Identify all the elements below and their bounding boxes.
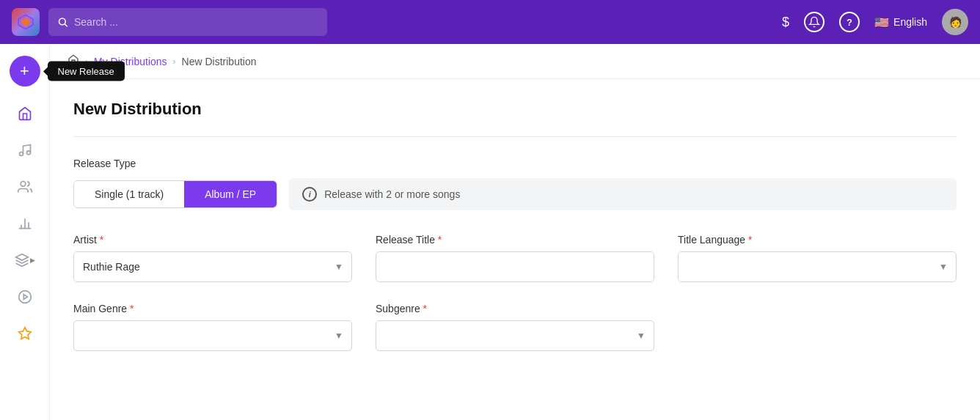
release-title-group: Release Title * bbox=[376, 234, 654, 282]
dollar-icon[interactable]: $ bbox=[782, 15, 789, 30]
breadcrumb-chevron-1: › bbox=[85, 56, 88, 67]
sidebar-item-play[interactable] bbox=[10, 281, 40, 312]
analytics-icon bbox=[18, 216, 32, 231]
bell-icon[interactable] bbox=[804, 12, 824, 32]
title-language-select-wrap: ▼ bbox=[678, 251, 957, 282]
title-language-label: Title Language * bbox=[678, 234, 957, 246]
breadcrumb-my-distributions[interactable]: My Distributions bbox=[94, 56, 167, 67]
genre-row: Main Genre * ▼ Subgenre * bbox=[73, 303, 957, 351]
main-genre-group: Main Genre * ▼ bbox=[73, 303, 352, 351]
language-selector[interactable]: 🇺🇸 English bbox=[874, 15, 927, 29]
layers-icon bbox=[15, 253, 29, 268]
title-language-select[interactable] bbox=[678, 251, 957, 282]
svg-line-4 bbox=[65, 24, 67, 26]
svg-point-5 bbox=[19, 152, 23, 156]
users-icon bbox=[18, 180, 32, 194]
title-language-group: Title Language * ▼ bbox=[678, 234, 957, 282]
sidebar-item-analytics[interactable] bbox=[10, 208, 40, 239]
release-type-label: Release Type bbox=[73, 158, 957, 169]
release-type-row: Single (1 track) Album / EP i Release wi… bbox=[73, 178, 957, 210]
topnav: $ ? 🇺🇸 English 🧑 bbox=[0, 0, 980, 44]
breadcrumb-chevron-2: › bbox=[173, 56, 176, 67]
svg-point-3 bbox=[59, 18, 65, 25]
main-genre-select[interactable] bbox=[73, 320, 352, 351]
album-ep-button[interactable]: Album / EP bbox=[184, 181, 277, 207]
info-icon: i bbox=[302, 187, 317, 202]
avatar[interactable]: 🧑 bbox=[942, 9, 968, 35]
section-divider bbox=[73, 136, 957, 137]
flag-icon: 🇺🇸 bbox=[874, 15, 889, 29]
release-title-label: Release Title * bbox=[376, 234, 654, 246]
single-track-button[interactable]: Single (1 track) bbox=[74, 181, 184, 207]
subgenre-group: Subgenre * ▼ bbox=[376, 303, 654, 351]
music-icon bbox=[18, 143, 32, 158]
sidebar-item-home[interactable] bbox=[10, 98, 40, 129]
breadcrumb-current: New Distribution bbox=[182, 56, 257, 67]
breadcrumb-home-icon[interactable] bbox=[67, 54, 79, 68]
artist-group: Artist * Ruthie Rage ▼ bbox=[73, 234, 352, 282]
artist-select[interactable]: Ruthie Rage bbox=[73, 251, 352, 282]
svg-point-6 bbox=[26, 151, 30, 155]
release-type-buttons: Single (1 track) Album / EP bbox=[73, 180, 277, 208]
main-genre-label: Main Genre * bbox=[73, 303, 352, 314]
subgenre-label: Subgenre * bbox=[376, 303, 654, 314]
breadcrumb: › My Distributions › New Distribution bbox=[50, 44, 980, 79]
home-icon bbox=[18, 106, 32, 121]
sidebar-item-star[interactable] bbox=[10, 318, 40, 349]
release-title-input[interactable] bbox=[376, 251, 654, 282]
sidebar: + New Release bbox=[0, 44, 50, 420]
topnav-actions: $ ? 🇺🇸 English 🧑 bbox=[782, 9, 968, 35]
page-content: New Distribution Release Type Single (1 … bbox=[50, 79, 980, 392]
page-title: New Distribution bbox=[73, 100, 957, 119]
sidebar-item-layers[interactable]: ▶ bbox=[10, 245, 40, 276]
release-info-text: Release with 2 or more songs bbox=[324, 188, 460, 200]
main-genre-select-wrap: ▼ bbox=[73, 320, 352, 351]
main-content: › My Distributions › New Distribution Ne… bbox=[50, 44, 980, 420]
plus-icon: + bbox=[20, 62, 29, 81]
language-label: English bbox=[893, 16, 927, 28]
svg-marker-15 bbox=[18, 328, 31, 339]
release-info-box: i Release with 2 or more songs bbox=[289, 178, 957, 210]
artist-label: Artist * bbox=[73, 234, 352, 246]
layers-chevron: ▶ bbox=[30, 257, 35, 264]
release-type-section: Release Type Single (1 track) Album / EP… bbox=[73, 158, 957, 210]
svg-marker-12 bbox=[15, 254, 28, 260]
sidebar-item-users[interactable] bbox=[10, 172, 40, 202]
svg-marker-14 bbox=[23, 295, 27, 300]
search-input[interactable] bbox=[74, 16, 318, 28]
play-icon bbox=[18, 290, 32, 304]
artist-select-wrap: Ruthie Rage ▼ bbox=[73, 251, 352, 282]
subgenre-select[interactable] bbox=[376, 320, 654, 351]
search-box[interactable] bbox=[48, 8, 327, 36]
empty-group bbox=[678, 303, 957, 351]
help-icon[interactable]: ? bbox=[839, 12, 860, 32]
sidebar-item-music[interactable] bbox=[10, 135, 40, 166]
subgenre-select-wrap: ▼ bbox=[376, 320, 654, 351]
app-logo[interactable] bbox=[12, 8, 40, 36]
star-icon bbox=[18, 326, 32, 341]
new-release-button[interactable]: + New Release bbox=[10, 56, 40, 86]
search-icon bbox=[57, 16, 68, 28]
svg-point-13 bbox=[18, 291, 31, 303]
artist-row: Artist * Ruthie Rage ▼ Release Title * bbox=[73, 234, 957, 282]
svg-point-7 bbox=[21, 182, 26, 187]
